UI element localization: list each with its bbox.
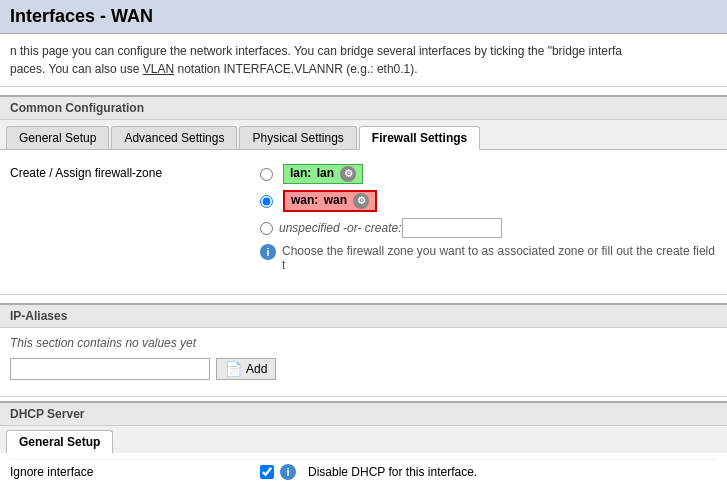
divider-1 — [0, 294, 727, 295]
ignore-interface-label: Ignore interface — [10, 465, 260, 479]
dhcp-server-header: DHCP Server — [0, 401, 727, 426]
desc-text2: paces. You can also use VLAN notation IN… — [10, 62, 418, 76]
add-alias-button[interactable]: 📄 Add — [216, 358, 276, 380]
zone-unspecified-label: unspecified -or- create: — [279, 221, 402, 235]
desc-text: n this page you can configure the networ… — [10, 44, 622, 58]
alias-input[interactable] — [10, 358, 210, 380]
zone-create-input[interactable] — [402, 218, 502, 238]
tab-general[interactable]: General Setup — [6, 126, 109, 149]
zone-lan-badge: lan: lan ⚙ — [283, 164, 363, 184]
ip-aliases-header: IP-Aliases — [0, 303, 727, 328]
firewall-info-row: i Choose the firewall zone you want to a… — [260, 244, 717, 272]
zone-unspecified-radio[interactable] — [260, 222, 273, 235]
zone-lan-radio[interactable] — [260, 168, 273, 181]
page-header: Interfaces - WAN — [0, 0, 727, 34]
zone-unspecified-option: unspecified -or- create: — [260, 218, 717, 238]
info-icon: i — [260, 244, 276, 260]
no-values-text: This section contains no values yet — [10, 336, 717, 350]
ip-aliases-content: This section contains no values yet 📄 Ad… — [0, 328, 727, 388]
dhcp-server-section: DHCP Server General Setup Ignore interfa… — [0, 401, 727, 490]
ip-aliases-label: IP-Aliases — [10, 309, 67, 323]
page-title: Interfaces - WAN — [10, 6, 717, 27]
common-config-header: Common Configuration — [0, 95, 727, 120]
add-button-label: Add — [246, 362, 267, 376]
divider-2 — [0, 396, 727, 397]
zone-wan-radio[interactable] — [260, 195, 273, 208]
ignore-interface-row: Ignore interface i Disable DHCP for this… — [10, 459, 717, 484]
dhcp-tabs: General Setup — [0, 426, 727, 453]
zone-lan-icon: ⚙ — [340, 166, 356, 182]
zone-wan-option: wan: wan ⚙ — [260, 190, 717, 212]
firewall-zone-options: lan: lan ⚙ wan: wan ⚙ — [260, 164, 717, 272]
zone-wan-badge: wan: wan ⚙ — [283, 190, 377, 212]
disable-dhcp-label: Disable DHCP for this interface. — [308, 465, 477, 479]
dhcp-tab-general[interactable]: General Setup — [6, 430, 113, 454]
ignore-interface-value: i Disable DHCP for this interface. — [260, 464, 477, 480]
ip-aliases-section: IP-Aliases This section contains no valu… — [0, 303, 727, 388]
firewall-tab-content: Create / Assign firewall-zone lan: lan ⚙… — [0, 150, 727, 286]
firewall-info-text: Choose the firewall zone you want to as … — [282, 244, 717, 272]
dhcp-info-icon: i — [280, 464, 296, 480]
zone-wan-icon: ⚙ — [353, 193, 369, 209]
firewall-zone-row: Create / Assign firewall-zone lan: lan ⚙… — [10, 160, 717, 276]
add-icon: 📄 — [225, 361, 242, 377]
common-config-label: Common Configuration — [10, 101, 144, 115]
add-alias-row: 📄 Add — [10, 358, 717, 380]
common-config-section: Common Configuration General Setup Advan… — [0, 95, 727, 286]
tab-advanced[interactable]: Advanced Settings — [111, 126, 237, 149]
tab-firewall[interactable]: Firewall Settings — [359, 126, 480, 150]
firewall-zone-label: Create / Assign firewall-zone — [10, 164, 260, 180]
zone-lan-option: lan: lan ⚙ — [260, 164, 717, 184]
dhcp-server-label: DHCP Server — [10, 407, 84, 421]
config-tabs: General Setup Advanced Settings Physical… — [0, 120, 727, 150]
tab-physical[interactable]: Physical Settings — [239, 126, 356, 149]
dhcp-content: Ignore interface i Disable DHCP for this… — [0, 453, 727, 490]
page-description: n this page you can configure the networ… — [0, 34, 727, 87]
ignore-interface-checkbox[interactable] — [260, 465, 274, 479]
